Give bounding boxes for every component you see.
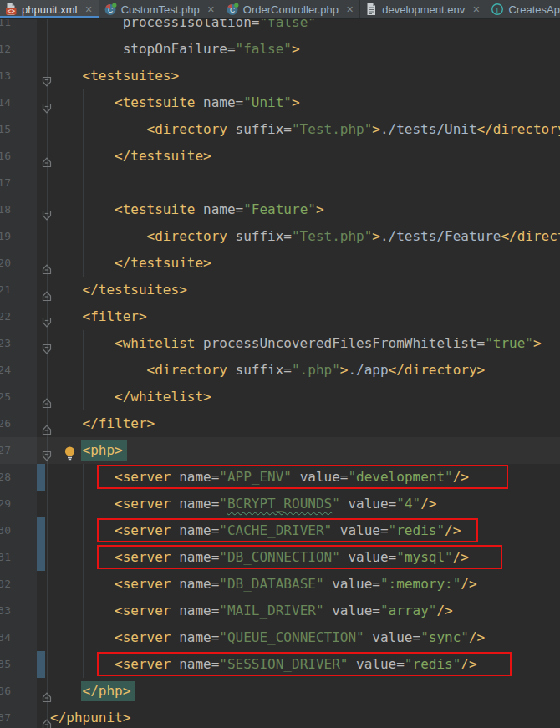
token: <testsuites>	[83, 68, 180, 84]
token: <directory	[147, 362, 227, 378]
token: </filter>	[83, 415, 155, 431]
token: processUncoveredFilesFromWhitelist=	[195, 335, 485, 351]
token: name=	[171, 629, 220, 645]
token: />	[436, 603, 452, 619]
tab-phpunit-xml[interactable]: <>phpunit.xml✕	[0, 0, 99, 18]
trait-icon: T	[491, 3, 504, 16]
code-line[interactable]: 37</phpunit>	[0, 705, 560, 728]
line-number: 31	[0, 544, 11, 571]
svg-text:C: C	[108, 6, 113, 14]
token: >	[292, 94, 300, 110]
token: sync	[429, 629, 461, 645]
token: "false"	[236, 41, 292, 57]
tab-customtest-php[interactable]: CCustomTest.php✕	[99, 0, 221, 18]
token: "	[461, 629, 469, 645]
code-line[interactable]: 16 </testsuite>	[0, 143, 560, 170]
token: stopOnFailure=	[123, 41, 236, 57]
code-text: <testsuite name="Feature">	[50, 196, 324, 223]
token: name=	[195, 201, 243, 217]
token: <server	[115, 496, 171, 512]
token: "	[485, 335, 493, 351]
code-line[interactable]: 33 <server name="MAIL_DRIVER" value="arr…	[0, 598, 560, 624]
token: </directory>	[477, 121, 560, 137]
token: array	[389, 603, 429, 619]
code-text: </php>	[50, 678, 135, 705]
token: >	[533, 335, 542, 351]
code-line[interactable]: 34 <server name="QUEUE_CONNECTION" value…	[0, 624, 560, 651]
tab-label: CreatesAppli	[508, 3, 560, 16]
code-line[interactable]: 18 <testsuite name="Feature">	[0, 196, 560, 223]
token: suffix=	[227, 121, 292, 137]
tab-ordercontroller-php[interactable]: COrderController.php✕	[221, 0, 360, 18]
code-line[interactable]: 14 <testsuite name="Unit">	[0, 89, 560, 116]
code-line[interactable]: 29 <server name="BCRYPT_ROUNDS" value="4…	[0, 491, 560, 517]
code-text: <whitelist processUncoveredFilesFromWhit…	[50, 330, 542, 357]
code-line[interactable]: 24 <directory suffix=".php">./app</direc…	[0, 357, 560, 384]
token: <server	[115, 576, 171, 592]
token: name=	[171, 576, 220, 592]
token: "	[332, 496, 340, 512]
code-line[interactable]: 21 </testsuites>	[0, 277, 560, 303]
line-number: 33	[0, 598, 11, 624]
close-icon[interactable]: ✕	[207, 5, 215, 14]
line-number: 30	[0, 517, 11, 544]
token: "	[525, 335, 533, 351]
token: <whitelist	[115, 335, 195, 351]
token: >	[340, 362, 349, 378]
code-line[interactable]: 15 <directory suffix="Test.php">./tests/…	[0, 116, 560, 143]
token: "DB_DATABASE"	[219, 576, 323, 592]
token: "	[453, 576, 461, 592]
token: true	[493, 335, 526, 351]
code-text: <testsuite name="Unit">	[50, 89, 300, 116]
code-line[interactable]: 22 <filter>	[0, 303, 560, 330]
code-line[interactable]: 12 stopOnFailure="false">	[0, 36, 560, 63]
line-number: 24	[0, 357, 11, 384]
close-icon[interactable]: ✕	[472, 5, 480, 14]
code-line[interactable]: 36 </php>	[0, 678, 560, 705]
token: <server	[115, 629, 171, 645]
tab-development-env[interactable]: development.env✕	[360, 0, 486, 18]
code-line[interactable]: 17	[0, 170, 560, 196]
token: </directory>	[389, 362, 486, 378]
close-icon[interactable]: ✕	[346, 5, 354, 14]
token: </php>	[81, 681, 135, 701]
token: >	[316, 201, 324, 217]
line-number: 13	[0, 63, 11, 89]
code-line[interactable]: 27 <php>	[0, 437, 560, 464]
code-line[interactable]: 19 <directory suffix="Test.php">./tests/…	[0, 223, 560, 250]
code-text: <server name="QUEUE_CONNECTION" value="s…	[50, 624, 485, 651]
code-line[interactable]: 25 </whitelist>	[0, 384, 560, 410]
vcs-change-marker	[37, 517, 45, 544]
line-number: 29	[0, 491, 11, 517]
code-text: </testsuites>	[50, 277, 187, 303]
token: />	[469, 629, 485, 645]
code-editor[interactable]: 11 processIsolation="false"12 stopOnFail…	[0, 0, 560, 728]
code-text: </testsuite>	[50, 143, 211, 170]
token: "QUEUE_CONNECTION"	[219, 629, 364, 645]
token: "	[219, 496, 227, 512]
close-icon[interactable]: ✕	[84, 5, 92, 14]
code-line[interactable]: 32 <server name="DB_DATABASE" value=":me…	[0, 571, 560, 598]
line-number: 23	[0, 330, 11, 357]
code-line[interactable]: 23 <whitelist processUncoveredFilesFromW…	[0, 330, 560, 357]
token: />	[420, 496, 436, 512]
token: "	[429, 603, 437, 619]
xml-file-icon: <>	[4, 3, 18, 16]
code-line[interactable]: 26 </filter>	[0, 410, 560, 437]
code-line[interactable]: 13 <testsuites>	[0, 63, 560, 89]
annotation-box	[97, 652, 512, 676]
tab-label: CustomTest.php	[121, 3, 200, 16]
code-line[interactable]: 20 </testsuite>	[0, 250, 560, 277]
token: value=	[324, 576, 380, 592]
token: "	[420, 629, 429, 645]
tab-createsappli[interactable]: TCreatesAppli✕	[486, 0, 560, 18]
code-text: </testsuite>	[50, 250, 211, 277]
line-number: 37	[0, 705, 11, 728]
token: >	[372, 228, 380, 244]
token: />	[461, 576, 476, 592]
token: "	[283, 94, 292, 110]
vcs-change-marker	[37, 651, 45, 678]
token: ./app	[348, 362, 388, 378]
line-number: 34	[0, 624, 11, 651]
token: </whitelist>	[115, 389, 211, 405]
